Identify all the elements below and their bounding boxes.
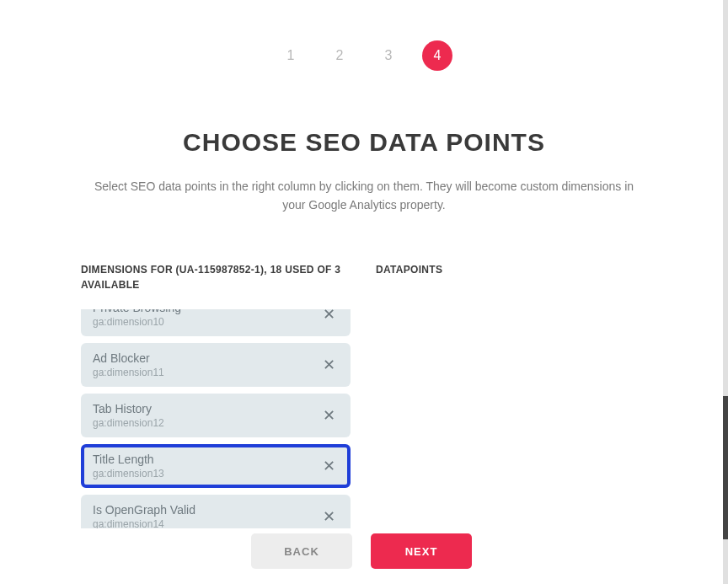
datapoints-column: DATAPOINTS <box>376 262 647 528</box>
page-subtitle: Select SEO data points in the right colu… <box>69 177 659 215</box>
dimension-ga-id: ga:dimension10 <box>93 316 319 328</box>
step-1[interactable]: 1 <box>276 40 306 71</box>
footer-actions: BACK NEXT <box>0 518 723 584</box>
dimension-ga-id: ga:dimension12 <box>93 417 319 429</box>
step-3[interactable]: 3 <box>373 40 404 71</box>
dimension-ga-id: ga:dimension13 <box>93 468 319 480</box>
dimension-name: Is OpenGraph Valid <box>93 503 319 517</box>
dimension-name: Title Length <box>93 453 319 466</box>
dimension-card[interactable]: Private Browsingga:dimension10✕ <box>81 309 351 336</box>
close-icon[interactable]: ✕ <box>319 406 339 425</box>
dimension-name: Ad Blocker <box>93 351 319 365</box>
dimensions-column: DIMENSIONS for (UA-115987852-1), 18 used… <box>81 262 351 528</box>
close-icon[interactable]: ✕ <box>319 309 339 324</box>
step-4[interactable]: 4 <box>422 40 452 71</box>
step-2[interactable]: 2 <box>324 40 355 71</box>
next-button[interactable]: NEXT <box>371 533 472 569</box>
dimensions-list-viewport[interactable]: Private Browsingga:dimension10✕Ad Blocke… <box>81 309 351 528</box>
columns-container: DIMENSIONS for (UA-115987852-1), 18 used… <box>0 262 728 528</box>
dimension-card[interactable]: Tab Historyga:dimension12✕ <box>81 394 351 437</box>
dimensions-list: Private Browsingga:dimension10✕Ad Blocke… <box>81 309 351 528</box>
dimension-text: Ad Blockerga:dimension11 <box>93 351 319 378</box>
close-icon[interactable]: ✕ <box>319 356 339 374</box>
wizard-stepper: 1234 <box>0 0 728 71</box>
dimension-text: Private Browsingga:dimension10 <box>93 309 319 328</box>
dimension-text: Tab Historyga:dimension12 <box>93 402 319 429</box>
page-title: CHOOSE SEO DATA POINTS <box>0 128 728 157</box>
dimension-card[interactable]: Ad Blockerga:dimension11✕ <box>81 343 351 387</box>
side-scrollbar[interactable] <box>723 0 728 584</box>
close-icon[interactable]: ✕ <box>319 457 339 475</box>
dimensions-header: DIMENSIONS for (UA-115987852-1), 18 used… <box>81 262 351 292</box>
dimension-name: Tab History <box>93 402 319 415</box>
dimension-name: Private Browsing <box>93 309 319 314</box>
dimension-text: Title Lengthga:dimension13 <box>93 453 319 480</box>
dimension-card[interactable]: Title Lengthga:dimension13✕ <box>81 444 351 488</box>
datapoints-header: DATAPOINTS <box>376 262 647 277</box>
dimension-ga-id: ga:dimension11 <box>93 367 319 378</box>
back-button[interactable]: BACK <box>251 533 352 569</box>
